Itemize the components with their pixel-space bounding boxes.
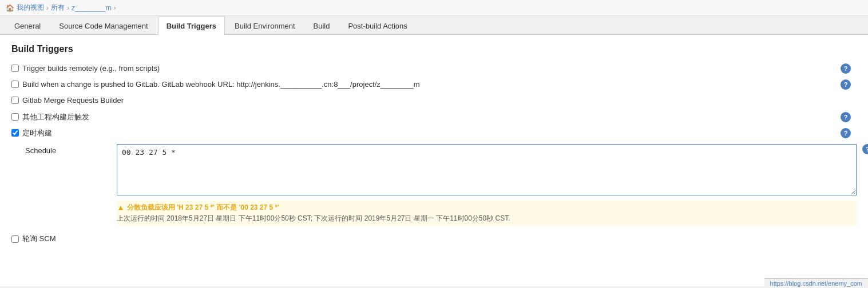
breadcrumb-item-myview[interactable]: 我的视图 xyxy=(17,3,44,13)
breadcrumb-item-all[interactable]: 所有 xyxy=(51,3,65,13)
tabs-bar: General Source Code Management Build Tri… xyxy=(0,16,868,35)
breadcrumb-sep-3: › xyxy=(113,4,116,12)
help-icon-trigger-schedule[interactable]: ? xyxy=(841,128,851,138)
status-bar: https://blog.csdn.net/enemy_com xyxy=(764,278,868,286)
status-bar-link[interactable]: https://blog.csdn.net/enemy_com xyxy=(770,280,862,286)
option-row-trigger-other: 其他工程构建后触发 ? xyxy=(11,112,857,122)
help-icon-trigger-gitlab[interactable]: ? xyxy=(841,79,851,90)
checkbox-trigger-gitlab[interactable] xyxy=(11,81,19,88)
tab-build-environment[interactable]: Build Environment xyxy=(226,17,304,35)
checkbox-trigger-schedule[interactable] xyxy=(11,129,19,137)
schedule-label: Schedule xyxy=(25,144,117,155)
tab-build[interactable]: Build xyxy=(305,17,339,35)
checkbox-trigger-remote[interactable] xyxy=(11,65,19,72)
breadcrumb-sep-2: › xyxy=(67,4,69,12)
option-row-trigger-schedule: 定时构建 ? xyxy=(11,128,857,138)
tab-general[interactable]: General xyxy=(6,17,49,35)
main-content: Build Triggers Trigger builds remotely (… xyxy=(0,35,868,286)
tab-scm[interactable]: Source Code Management xyxy=(50,17,156,35)
breadcrumb-home-icon: 🏠 xyxy=(6,4,14,12)
help-icon-schedule[interactable]: ? xyxy=(862,144,868,154)
tab-post-build[interactable]: Post-build Actions xyxy=(339,17,415,35)
label-trigger-merge: Gitlab Merge Requests Builder xyxy=(22,95,124,106)
schedule-row: Schedule 00 23 27 5 * ? ▲ 分散负载应该用 'H 23 … xyxy=(25,144,857,226)
warning-title-text: 分散负载应该用 'H 23 27 5 *' 而不是 '00 23 27 5 *' xyxy=(127,203,279,213)
schedule-textarea[interactable]: 00 23 27 5 * xyxy=(117,144,857,195)
option-row-trigger-remote: Trigger builds remotely (e.g., from scri… xyxy=(11,63,857,74)
checkbox-trigger-other[interactable] xyxy=(11,113,19,121)
tab-build-triggers[interactable]: Build Triggers xyxy=(158,17,225,35)
help-icon-trigger-remote[interactable]: ? xyxy=(841,63,851,74)
warning-triangle-icon: ▲ xyxy=(117,203,125,212)
breadcrumb: 🏠 我的视图 › 所有 › z________m › xyxy=(0,0,868,16)
label-trigger-other: 其他工程构建后触发 xyxy=(22,112,89,122)
help-icon-trigger-other[interactable]: ? xyxy=(841,112,851,122)
section-title: Build Triggers xyxy=(11,44,857,54)
option-row-trigger-merge: Gitlab Merge Requests Builder xyxy=(11,95,857,106)
label-trigger-gitlab: Build when a change is pushed to GitLab.… xyxy=(22,79,420,90)
label-trigger-schedule: 定时构建 xyxy=(22,128,52,138)
warning-title: ▲ 分散负载应该用 'H 23 27 5 *' 而不是 '00 23 27 5 … xyxy=(117,203,857,213)
option-row-poll-scm: 轮询 SCM xyxy=(11,234,857,244)
checkbox-trigger-merge[interactable] xyxy=(11,97,19,104)
warning-box: ▲ 分散负载应该用 'H 23 27 5 *' 而不是 '00 23 27 5 … xyxy=(117,201,857,226)
option-row-trigger-gitlab: Build when a change is pushed to GitLab.… xyxy=(11,79,857,90)
warning-detail-text: 上次运行的时间 2018年5月27日 星期日 下午11时00分50秒 CST; … xyxy=(117,214,857,223)
breadcrumb-sep-1: › xyxy=(46,4,49,12)
schedule-input-wrap: 00 23 27 5 * ? ▲ 分散负载应该用 'H 23 27 5 *' 而… xyxy=(117,144,857,226)
label-poll-scm: 轮询 SCM xyxy=(22,234,56,244)
label-trigger-remote: Trigger builds remotely (e.g., from scri… xyxy=(22,63,160,74)
breadcrumb-item-project[interactable]: z________m xyxy=(72,4,111,12)
checkbox-poll-scm[interactable] xyxy=(11,235,19,243)
